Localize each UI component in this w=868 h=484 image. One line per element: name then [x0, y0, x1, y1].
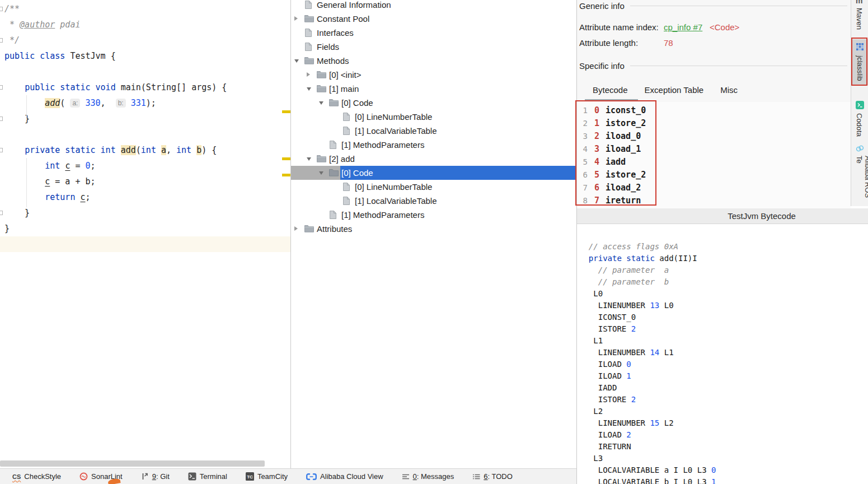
fold-marker-icon[interactable]	[0, 38, 3, 43]
code-editor[interactable]: /** * @author pdai */public class TestJv…	[0, 0, 291, 468]
status-item-checkstyle[interactable]: CSCheckStyle	[12, 472, 61, 481]
fold-marker-icon[interactable]	[0, 117, 3, 121]
tree-node-label: [1] LocalVariableTable	[355, 194, 437, 208]
tree-row[interactable]: [1] MethodParameters	[291, 208, 576, 222]
info-tabs: BytecodeException TableMisc	[577, 85, 738, 95]
status-item-label: Terminal	[200, 472, 227, 481]
bytecode-row[interactable]: 65istore_2	[577, 168, 851, 181]
tab-bytecode[interactable]: Bytecode	[593, 85, 628, 95]
asm-token: IRETURN	[579, 442, 631, 451]
code-line: return c;	[0, 189, 290, 205]
asm-token: 2	[626, 430, 631, 439]
maven-icon: m	[856, 0, 862, 5]
code-token: 331	[131, 98, 146, 108]
tree-node-label: General Information	[317, 0, 391, 12]
tree-expand-arrow-icon[interactable]	[294, 16, 298, 21]
tree-row[interactable]: [0] <init>	[291, 68, 576, 82]
asm-line: ISTORE 2	[579, 323, 868, 335]
status-item-todo[interactable]: 6: TODO	[472, 472, 513, 481]
asm-panel-body[interactable]: // access flags 0xA private static add(I…	[577, 224, 868, 484]
asm-token: L0	[659, 301, 673, 310]
tree-row[interactable]: Interfaces	[291, 26, 576, 40]
tree-row[interactable]: [0] Code	[291, 96, 576, 110]
tree-row[interactable]: [1] LocalVariableTable	[291, 194, 576, 208]
asm-line: // parameter a	[579, 264, 868, 276]
attr-name-index-label: Attribute name index:	[579, 22, 659, 32]
status-item-teamcity[interactable]: TCTeamCity	[246, 472, 288, 481]
tool-button-maven[interactable]: Maven	[855, 8, 864, 30]
tree-collapse-arrow-icon[interactable]	[307, 157, 311, 161]
code-line: c = a + b;	[0, 174, 290, 189]
asm-token: private static	[579, 254, 659, 263]
mnemonic: 9	[152, 472, 156, 481]
bytecode-line-number: 7	[581, 183, 588, 192]
tree-row[interactable]: [0] LineNumberTable	[291, 110, 576, 124]
code-token: 0	[86, 161, 91, 171]
tree-row[interactable]: [1] LocalVariableTable	[291, 124, 576, 138]
tree-expand-arrow-icon[interactable]	[307, 72, 310, 77]
asm-line: LINENUMBER 13 L0	[579, 300, 868, 311]
code-token: main(String[] args) {	[121, 82, 227, 92]
tool-button-alibaba-ros[interactable]: Alibaba ROS Te	[855, 156, 868, 206]
folder-icon	[304, 225, 314, 234]
asm-line: ISTORE 2	[579, 394, 868, 406]
fold-marker-icon[interactable]	[0, 148, 3, 152]
tree-expand-arrow-icon[interactable]	[294, 226, 298, 231]
cp-info-link[interactable]: cp_info #7	[664, 22, 702, 32]
tree-node-label: Attributes	[317, 222, 352, 236]
bytecode-row[interactable]: 54iadd	[577, 155, 851, 168]
asm-token: // parameter a	[579, 266, 669, 274]
bytecode-row[interactable]: 43iload_1	[577, 142, 851, 155]
tool-button-codota[interactable]: Codota	[855, 113, 864, 137]
status-item-alibaba-cloud-view[interactable]: Alibaba Cloud View	[306, 472, 383, 481]
class-structure-tree[interactable]: General InformationConstant PoolInterfac…	[291, 0, 576, 468]
code-token: b	[196, 145, 201, 155]
bytecode-list: 10iconst_021istore_232iload_043iload_154…	[577, 102, 851, 208]
asm-token: L2	[659, 418, 673, 427]
bytecode-row[interactable]: 76iload_2	[577, 181, 851, 194]
bytecode-offset: 0	[592, 105, 599, 115]
tool-button-jclasslib[interactable]: jclasslib	[851, 39, 868, 85]
bytecode-row[interactable]: 21istore_2	[577, 117, 851, 129]
asm-line: LOCALVARIABLE a I L0 L3 0	[579, 464, 868, 476]
tree-collapse-arrow-icon[interactable]	[294, 59, 299, 63]
code-token	[191, 145, 196, 155]
code-token	[4, 145, 25, 155]
fold-marker-icon[interactable]	[0, 85, 3, 90]
tree-row[interactable]: [1] main	[291, 82, 576, 96]
status-item-terminal[interactable]: Terminal	[188, 472, 227, 481]
tree-row[interactable]: Constant Pool	[291, 12, 576, 26]
fold-marker-icon[interactable]	[0, 211, 3, 215]
tree-row[interactable]: Methods	[291, 54, 576, 68]
tree-collapse-arrow-icon[interactable]	[307, 87, 311, 91]
tab-exception-table[interactable]: Exception Table	[645, 85, 704, 95]
tree-collapse-arrow-icon[interactable]	[319, 171, 323, 175]
bytecode-row[interactable]: 87ireturn	[577, 194, 851, 207]
status-item-git[interactable]: 9: Git	[141, 472, 170, 481]
tree-row[interactable]: [0] Code	[291, 166, 576, 180]
tab-misc[interactable]: Misc	[720, 85, 738, 95]
tree-collapse-arrow-icon[interactable]	[319, 101, 323, 105]
tree-row[interactable]: [0] LineNumberTable	[291, 180, 576, 194]
tree-row[interactable]: [1] MethodParameters	[291, 138, 576, 152]
bytecode-row[interactable]: 32iload_0	[577, 129, 851, 142]
status-item-messages[interactable]: 0: Messages	[402, 472, 454, 481]
tree-row[interactable]: Fields	[291, 40, 576, 54]
editor-horizontal-scrollbar[interactable]	[0, 460, 265, 467]
bytecode-row[interactable]: 10iconst_0	[577, 104, 851, 117]
code-line: public class TestJvm {	[0, 48, 290, 64]
code-token	[4, 176, 45, 187]
indent-guide	[26, 158, 27, 207]
asm-token: ISTORE	[579, 395, 631, 404]
bytecode-instruction: istore_2	[606, 170, 646, 180]
document-icon	[342, 113, 350, 123]
document-icon	[342, 197, 350, 207]
tree-row[interactable]: [2] add	[291, 152, 576, 166]
tree-row[interactable]: Attributes	[291, 222, 576, 236]
asm-line: private static add(II)I	[579, 253, 868, 264]
code-token	[4, 82, 25, 92]
code-line: private static int add(int a, int b) {	[0, 142, 290, 158]
fold-marker-icon[interactable]	[0, 7, 3, 11]
code-line: }	[0, 221, 290, 236]
tree-row[interactable]: General Information	[291, 0, 576, 12]
